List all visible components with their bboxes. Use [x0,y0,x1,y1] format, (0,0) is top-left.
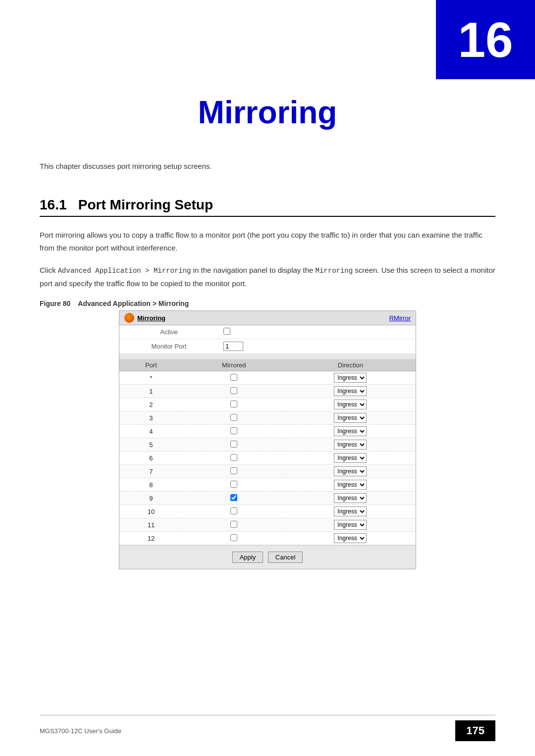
monitor-port-value [218,339,416,354]
direction-cell: IngressEgressBoth [285,425,416,438]
monitor-port-row: Monitor Port [119,339,416,354]
separator-row [119,354,416,359]
table-row: 2IngressEgressBoth [119,398,416,411]
section-number: 16.1 [40,197,67,212]
table-row: *IngressEgressBoth [119,371,416,385]
port-number: 8 [119,478,183,492]
direction-select[interactable]: IngressEgressBoth [334,533,367,543]
port-table-header: Port Mirrored Direction [119,359,416,371]
mirrored-cell [183,532,285,545]
port-number: 10 [119,505,183,518]
mirrored-checkbox[interactable] [230,374,237,381]
direction-select[interactable]: IngressEgressBoth [334,493,367,503]
table-row: 10IngressEgressBoth [119,505,416,518]
mirrored-checkbox[interactable] [230,494,237,501]
panel-header-left: Mirroring [124,313,165,323]
port-number: * [119,371,183,385]
mirrored-checkbox[interactable] [230,454,237,461]
port-number: 4 [119,425,183,438]
mirrored-cell [183,438,285,452]
port-number: 9 [119,492,183,505]
table-row: 3IngressEgressBoth [119,411,416,425]
apply-button[interactable]: Apply [232,552,264,563]
direction-select[interactable]: IngressEgressBoth [334,466,367,476]
mirrored-checkbox[interactable] [230,441,237,448]
mirrored-cell [183,385,285,398]
nav-path-1: Advanced Application > Mirroring [58,267,191,275]
body-paragraph-2: Click Advanced Application > Mirroring i… [40,264,495,290]
direction-select[interactable]: IngressEgressBoth [334,480,367,490]
mirrored-checkbox[interactable] [230,401,237,407]
mirrored-cell [183,411,285,425]
table-row: 7IngressEgressBoth [119,465,416,478]
direction-cell: IngressEgressBoth [285,385,416,398]
mirrored-checkbox[interactable] [230,467,237,474]
active-label: Active [119,325,218,339]
direction-select[interactable]: IngressEgressBoth [334,520,367,530]
port-number: 11 [119,518,183,532]
ui-panel: Mirroring RMirror Active Monitor Port [119,310,416,569]
table-row: 6IngressEgressBoth [119,452,416,465]
table-row: 8IngressEgressBoth [119,478,416,492]
mirrored-cell [183,465,285,478]
direction-select[interactable]: IngressEgressBoth [334,400,367,409]
monitor-port-input[interactable] [223,342,243,351]
chapter-title: Mirroring [40,94,495,131]
rmirror-link[interactable]: RMirror [389,314,411,322]
active-value [218,325,416,339]
direction-select[interactable]: IngressEgressBoth [334,373,367,383]
mirrored-checkbox[interactable] [230,521,237,528]
figure-label: Figure 80 Advanced Application > Mirrori… [40,300,495,307]
port-number: 12 [119,532,183,545]
mirrored-checkbox[interactable] [230,414,237,421]
mirrored-cell [183,452,285,465]
mirrored-cell [183,505,285,518]
direction-cell: IngressEgressBoth [285,478,416,492]
mirrored-checkbox[interactable] [230,427,237,434]
direction-select[interactable]: IngressEgressBoth [334,386,367,396]
mirrored-cell [183,518,285,532]
active-checkbox[interactable] [223,328,230,335]
table-row: 9IngressEgressBoth [119,492,416,505]
chapter-number: 16 [458,15,513,64]
port-number: 6 [119,452,183,465]
col-mirrored: Mirrored [183,359,285,371]
page-footer: MGS3700-12C User's Guide 175 [40,715,495,741]
port-table: Port Mirrored Direction *IngressEgressBo… [119,359,416,545]
monitor-port-label: Monitor Port [119,339,218,354]
direction-select[interactable]: IngressEgressBoth [334,426,367,436]
port-number: 2 [119,398,183,411]
footer-guide: MGS3700-12C User's Guide [40,727,121,735]
button-row: Apply Cancel [119,545,416,569]
direction-select[interactable]: IngressEgressBoth [334,506,367,516]
direction-cell: IngressEgressBoth [285,438,416,452]
direction-cell: IngressEgressBoth [285,492,416,505]
figure-caption: Advanced Application > Mirroring [78,300,189,307]
direction-select[interactable]: IngressEgressBoth [334,413,367,423]
direction-cell: IngressEgressBoth [285,518,416,532]
table-row: 5IngressEgressBoth [119,438,416,452]
chapter-box: 16 [436,0,535,79]
body2-part2: in the navigation panel to display the [193,266,316,274]
direction-cell: IngressEgressBoth [285,398,416,411]
direction-cell: IngressEgressBoth [285,532,416,545]
direction-cell: IngressEgressBoth [285,452,416,465]
port-number: 7 [119,465,183,478]
cancel-button[interactable]: Cancel [268,552,303,563]
mirrored-cell [183,398,285,411]
direction-select[interactable]: IngressEgressBoth [334,453,367,463]
col-direction: Direction [285,359,416,371]
config-table: Active Monitor Port [119,325,416,359]
mirrored-checkbox[interactable] [230,481,237,488]
panel-icon [124,313,134,323]
mirrored-checkbox[interactable] [230,507,237,514]
intro-text: This chapter discusses port mirroring se… [40,160,495,172]
direction-select[interactable]: IngressEgressBoth [334,440,367,450]
mirrored-checkbox[interactable] [230,534,237,541]
mirrored-cell [183,492,285,505]
panel-title: Mirroring [137,314,165,322]
body-paragraph-1: Port mirroring allows you to copy a traf… [40,229,495,254]
active-row: Active [119,325,416,339]
mirrored-checkbox[interactable] [230,387,237,394]
direction-cell: IngressEgressBoth [285,411,416,425]
